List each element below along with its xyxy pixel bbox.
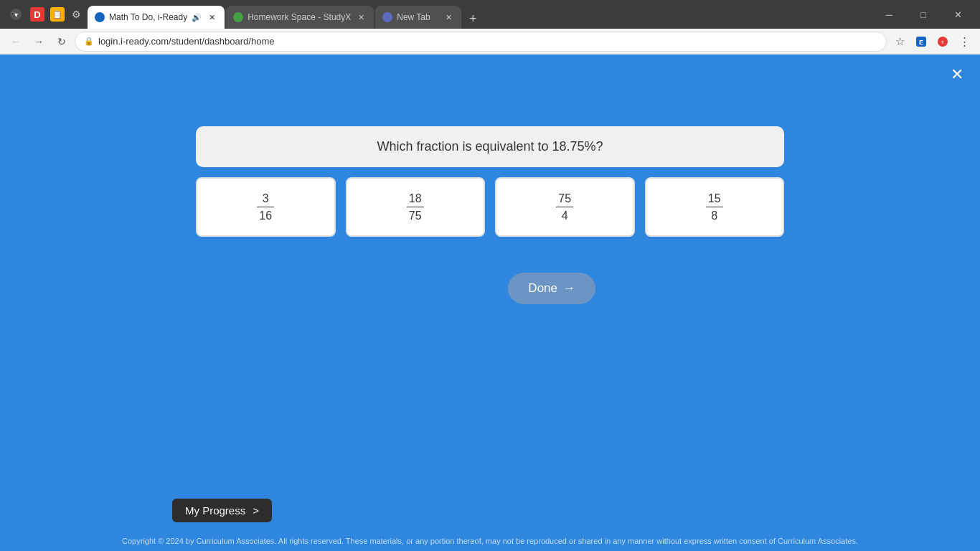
- settings-icon: ⚙: [69, 7, 83, 22]
- done-button[interactable]: Done →: [508, 273, 595, 304]
- fraction-line-3: [556, 207, 573, 207]
- app-favicon: D: [30, 7, 44, 22]
- fraction-line-2: [407, 207, 424, 207]
- forward-button[interactable]: →: [29, 32, 49, 52]
- tab-favicon-1: [95, 12, 105, 22]
- extension-2[interactable]: +: [933, 32, 953, 52]
- numerator-3: 75: [558, 192, 571, 205]
- choice-3[interactable]: 75 4: [495, 177, 635, 237]
- done-arrow: →: [563, 281, 575, 296]
- choices-container: 3 16 18 75 75 4: [196, 177, 784, 237]
- back-button[interactable]: ←: [6, 32, 26, 52]
- done-row: Done →: [196, 251, 784, 304]
- question-box: Which fraction is equivalent to 18.75%?: [196, 126, 784, 167]
- minimize-button[interactable]: ─: [872, 4, 905, 25]
- choice-4[interactable]: 15 8: [645, 177, 785, 237]
- address-bar[interactable]: 🔒 login.i-ready.com/student/dashboard/ho…: [75, 32, 887, 52]
- tab-homework[interactable]: Homework Space - StudyX ✕: [226, 6, 374, 29]
- denominator-1: 16: [259, 209, 272, 222]
- tab-title-3: New Tab: [397, 12, 438, 22]
- svg-text:▾: ▾: [14, 11, 18, 19]
- address-bar-row: ← → ↻ 🔒 login.i-ready.com/student/dashbo…: [0, 29, 980, 55]
- close-lesson-button[interactable]: ✕: [946, 63, 969, 86]
- svg-text:E: E: [919, 39, 923, 46]
- quiz-container: Which fraction is equivalent to 18.75%? …: [196, 55, 784, 304]
- reload-button[interactable]: ↻: [52, 32, 72, 52]
- close-window-button[interactable]: ✕: [941, 4, 974, 25]
- fraction-line-4: [706, 207, 723, 207]
- menu-button[interactable]: ⋮: [954, 32, 974, 52]
- my-progress-arrow: >: [253, 504, 259, 517]
- done-label: Done: [528, 281, 557, 296]
- svg-text:+: +: [941, 39, 944, 46]
- my-progress-button[interactable]: My Progress >: [172, 499, 272, 522]
- tab-title-2: Homework Space - StudyX: [248, 12, 351, 22]
- fraction-1: 3 16: [257, 192, 274, 222]
- my-progress-label: My Progress: [185, 504, 245, 517]
- tab-title-1: Math To Do, i-Ready: [109, 12, 187, 22]
- tab-sound-icon: 🔊: [192, 13, 202, 22]
- fraction-4: 15 8: [706, 192, 723, 222]
- new-tab-button[interactable]: +: [463, 9, 483, 29]
- denominator-4: 8: [711, 209, 717, 222]
- denominator-2: 75: [409, 209, 422, 222]
- profile-button[interactable]: ▾: [6, 4, 26, 24]
- tab-close-1[interactable]: ✕: [206, 11, 217, 23]
- bookmark-button[interactable]: ☆: [890, 32, 910, 52]
- app-icon-2: 📋: [50, 7, 65, 22]
- fraction-line-1: [257, 207, 274, 207]
- footer: Copyright © 2024 by Curriculum Associate…: [0, 537, 980, 545]
- url-text: login.i-ready.com/student/dashboard/home: [98, 36, 877, 47]
- browser-chrome: ▾ D 📋 ⚙ Math To Do, i-Ready 🔊 ✕ Homework…: [0, 0, 980, 29]
- maximize-button[interactable]: □: [907, 4, 940, 25]
- numerator-1: 3: [263, 192, 269, 205]
- tabs-bar: Math To Do, i-Ready 🔊 ✕ Homework Space -…: [88, 0, 868, 29]
- main-content: ✕ Which fraction is equivalent to 18.75%…: [0, 55, 980, 551]
- tab-close-3[interactable]: ✕: [443, 11, 454, 23]
- fraction-3: 75 4: [556, 192, 573, 222]
- footer-text: Copyright © 2024 by Curriculum Associate…: [122, 537, 858, 545]
- fraction-2: 18 75: [407, 192, 424, 222]
- numerator-2: 18: [409, 192, 422, 205]
- tab-favicon-3: [382, 12, 392, 22]
- lock-icon: 🔒: [84, 37, 94, 46]
- question-text: Which fraction is equivalent to 18.75%?: [377, 139, 603, 154]
- numerator-4: 15: [708, 192, 721, 205]
- window-controls: ─ □ ✕: [872, 4, 974, 25]
- choice-2[interactable]: 18 75: [346, 177, 486, 237]
- tab-favicon-2: [233, 12, 243, 22]
- tab-close-2[interactable]: ✕: [355, 11, 367, 23]
- toolbar-extras: ☆ E + ⋮: [890, 32, 974, 52]
- browser-left-controls: ▾ D 📋 ⚙: [6, 4, 83, 24]
- extension-1[interactable]: E: [911, 32, 931, 52]
- tab-newtab[interactable]: New Tab ✕: [375, 6, 461, 29]
- denominator-3: 4: [562, 209, 568, 222]
- tab-math-iready[interactable]: Math To Do, i-Ready 🔊 ✕: [88, 6, 225, 29]
- choice-1[interactable]: 3 16: [196, 177, 336, 237]
